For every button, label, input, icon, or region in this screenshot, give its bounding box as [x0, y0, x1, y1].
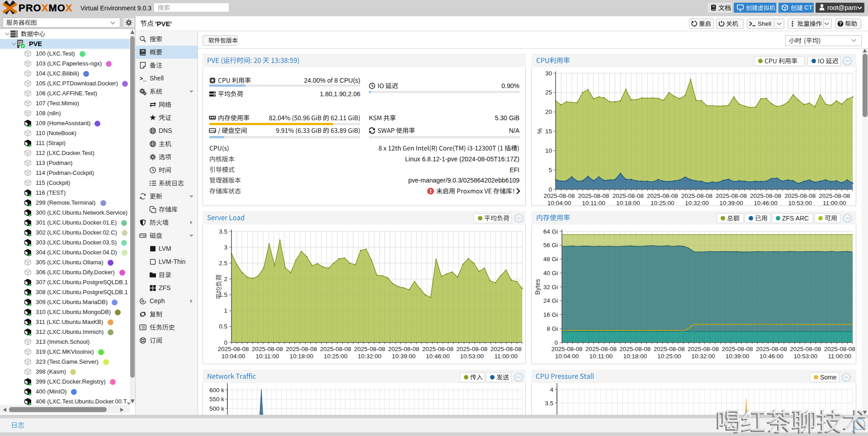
svg-text:15: 15 [545, 128, 552, 135]
svg-text:2025-08-08: 2025-08-08 [543, 192, 575, 199]
svg-text:2025-08-08: 2025-08-08 [647, 192, 678, 199]
svg-text:2025-08-08: 2025-08-08 [722, 346, 753, 352]
svg-text:25: 25 [545, 89, 552, 96]
svg-text:10:18:00: 10:18:00 [623, 353, 647, 360]
svg-text:11:00:00: 11:00:00 [494, 353, 518, 360]
svg-text:56 Gi: 56 Gi [543, 242, 558, 248]
svg-text:2025-08-08: 2025-08-08 [824, 346, 855, 352]
svg-text:10:39:00: 10:39:00 [719, 200, 743, 206]
svg-text:%: % [536, 128, 543, 134]
svg-text:2025-08-08: 2025-08-08 [790, 346, 821, 352]
svg-text:11:00:00: 11:00:00 [823, 200, 846, 206]
svg-text:500 k: 500 k [209, 405, 224, 412]
svg-text:2025-08-08: 2025-08-08 [217, 346, 249, 352]
svg-text:10:11:00: 10:11:00 [590, 353, 613, 360]
svg-text:2025-08-08: 2025-08-08 [354, 346, 385, 352]
svg-text:2025-08-08: 2025-08-08 [491, 346, 522, 352]
svg-text:1.5: 1.5 [219, 291, 227, 298]
svg-text:30: 30 [545, 70, 552, 77]
svg-text:0: 0 [548, 186, 552, 193]
svg-text:10:53:00: 10:53:00 [794, 353, 818, 360]
svg-text:10:39:00: 10:39:00 [392, 353, 416, 360]
svg-text:48 Gi: 48 Gi [543, 256, 558, 263]
svg-text:16 Gi: 16 Gi [543, 311, 558, 318]
svg-text:24 Gi: 24 Gi [543, 297, 558, 304]
svg-text:5: 5 [548, 167, 552, 173]
svg-text:8 Gi: 8 Gi [547, 325, 558, 332]
svg-text:10:32:00: 10:32:00 [691, 353, 715, 360]
svg-text:10:46:00: 10:46:00 [760, 353, 783, 360]
svg-text:0.5: 0.5 [219, 323, 227, 330]
svg-text:10:53:00: 10:53:00 [460, 353, 484, 360]
svg-text:2025-08-08: 2025-08-08 [388, 346, 419, 352]
svg-text:10: 10 [545, 147, 552, 154]
svg-text:1: 1 [224, 307, 227, 314]
svg-text:2025-08-08: 2025-08-08 [654, 346, 685, 352]
svg-text:2025-08-08: 2025-08-08 [756, 346, 787, 352]
svg-text:32 Gi: 32 Gi [543, 284, 558, 291]
svg-text:10:04:00: 10:04:00 [222, 353, 245, 360]
svg-text:Bytes: Bytes [534, 279, 541, 295]
svg-text:10:25:00: 10:25:00 [324, 353, 348, 360]
svg-text:2025-08-08: 2025-08-08 [784, 192, 816, 199]
svg-text:10:32:00: 10:32:00 [685, 200, 709, 206]
svg-text:10:32:00: 10:32:00 [358, 353, 382, 360]
svg-text:2025-08-08: 2025-08-08 [750, 192, 781, 199]
svg-text:10:18:00: 10:18:00 [290, 353, 314, 360]
svg-text:10:25:00: 10:25:00 [657, 353, 681, 360]
svg-text:2.5: 2.5 [219, 260, 227, 267]
svg-text:2025-08-08: 2025-08-08 [819, 192, 850, 199]
svg-text:0: 0 [224, 339, 227, 346]
svg-text:2025-08-08: 2025-08-08 [551, 346, 582, 352]
svg-text:2025-08-08: 2025-08-08 [585, 346, 617, 352]
svg-text:2025-08-08: 2025-08-08 [456, 346, 487, 352]
svg-text:10:04:00: 10:04:00 [547, 200, 571, 206]
svg-text:10:18:00: 10:18:00 [616, 200, 640, 206]
svg-text:2025-08-08: 2025-08-08 [716, 192, 747, 199]
svg-text:2025-08-08: 2025-08-08 [613, 192, 644, 199]
svg-text:10:11:00: 10:11:00 [256, 353, 279, 360]
svg-text:2025-08-08: 2025-08-08 [422, 346, 453, 352]
svg-text:3.5: 3.5 [545, 400, 553, 407]
svg-text:3.5: 3.5 [219, 228, 227, 235]
svg-text:10:53:00: 10:53:00 [788, 200, 812, 206]
svg-text:2025-08-08: 2025-08-08 [320, 346, 351, 352]
svg-text:600 k: 600 k [209, 387, 224, 394]
svg-text:2: 2 [224, 276, 227, 282]
svg-text:4: 4 [550, 386, 553, 393]
svg-text:2025-08-08: 2025-08-08 [688, 346, 719, 352]
svg-text:0: 0 [554, 339, 558, 346]
svg-text:3: 3 [224, 244, 227, 251]
svg-text:2025-08-08: 2025-08-08 [578, 192, 609, 199]
svg-text:10:46:00: 10:46:00 [754, 200, 778, 206]
svg-text:20: 20 [545, 108, 552, 115]
svg-text:40 Gi: 40 Gi [543, 270, 558, 277]
svg-text:10:11:00: 10:11:00 [582, 200, 605, 206]
svg-text:10:04:00: 10:04:00 [555, 353, 579, 360]
svg-text:2025-08-08: 2025-08-08 [286, 346, 317, 352]
svg-text:2025-08-08: 2025-08-08 [681, 192, 712, 199]
svg-text:10:39:00: 10:39:00 [726, 353, 750, 360]
svg-text:10:25:00: 10:25:00 [651, 200, 675, 206]
svg-text:10:46:00: 10:46:00 [426, 353, 450, 360]
svg-text:2025-08-08: 2025-08-08 [252, 346, 283, 352]
svg-text:2025-08-08: 2025-08-08 [619, 346, 651, 352]
svg-text:11:00:00: 11:00:00 [828, 353, 851, 360]
svg-text:550 k: 550 k [209, 396, 224, 403]
svg-text:64 Gi: 64 Gi [543, 228, 558, 235]
